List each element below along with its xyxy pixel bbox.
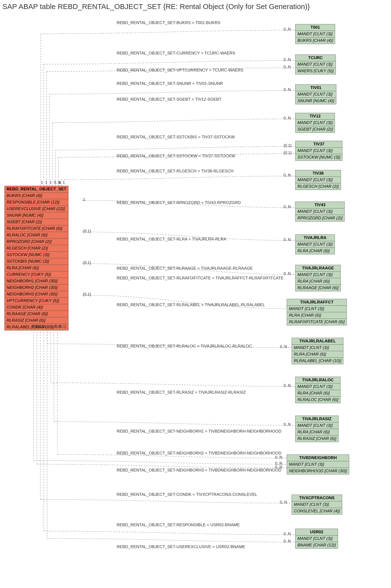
entity-field: MANDT [CLNT (3)]	[295, 120, 335, 126]
relation-label: REBD_RENTAL_OBJECT_SET-NEIGHBORH3 = TIVB…	[117, 468, 281, 473]
cardinality-label: 0..N	[284, 88, 291, 92]
relation-label: REBD_RENTAL_OBJECT_SET-CONDK = TIVXCPTRA…	[117, 492, 257, 497]
entity-field: SSTOCKW [NUMC (3)]	[295, 154, 342, 161]
entity-header: TIV38	[295, 170, 341, 177]
entity-header: TCURC	[295, 55, 336, 61]
entity-header: TIVAJRLRALOC	[295, 377, 340, 383]
entity-header: TIVAJRLRA	[295, 235, 335, 241]
entity-tivajrlralabel: TIVAJRLRALABELMANDT [CLNT (3)]RLRA [CHAR…	[292, 338, 343, 364]
entity-field: MANDT [CLNT (3)]	[295, 177, 341, 183]
entity-field: NEIGHBORHOOD [CHAR (30)]	[287, 468, 349, 474]
entity-tivbdneighborh: TIVBDNEIGHBORHMANDT [CLNT (3)]NEIGHBORHO…	[287, 455, 349, 474]
entity-rebd_rental_object_set: REBD_RENTAL_OBJECT_SETBUKRS [CHAR (4)]RE…	[4, 186, 69, 331]
cardinality-label: 1	[45, 180, 47, 185]
relation-label: REBD_RENTAL_OBJECT_SET-SSTCKBIS = TIV37-…	[117, 135, 235, 140]
cardinality-label: 1	[63, 180, 65, 185]
entity-field: RLRA [CHAR (6)]	[295, 248, 335, 254]
cardinality-label: 0..N	[284, 65, 291, 69]
entity-header: TIVBDNEIGHBORH	[287, 455, 349, 461]
entity-field: NEIGHBORH1 [CHAR (30)]	[5, 278, 69, 284]
entity-header: TIV12	[295, 113, 335, 120]
entity-field: NEIGHBORH3 [CHAR (30)]	[5, 291, 69, 298]
entity-field: RLRA [CHAR (6)]	[295, 390, 340, 397]
entity-field: SNUNR [NUMC (4)]	[295, 98, 336, 104]
cardinality-label: {0,1}	[284, 151, 292, 155]
entity-field: MANDT [CLNT (3)]	[295, 91, 336, 98]
cardinality-label: 0..N	[284, 205, 291, 209]
cardinality-label: 0..N	[280, 500, 287, 505]
entity-field: MANDT [CLNT (3)]	[295, 241, 335, 248]
entity-field: WAERS [CUKY (5)]	[295, 68, 336, 74]
entity-tivxcptracons: TIVXCPTRACONSMANDT [CLNT (3)]CONSLEVEL […	[292, 495, 342, 515]
entity-field: RLRAAGE [CHAR (6)]	[5, 311, 69, 317]
entity-field: RLRA [CHAR (6)]	[295, 429, 339, 436]
entity-tivajrlraffct: TIVAJRLRAFFCTMANDT [CLNT (3)]RLRA [CHAR …	[287, 299, 347, 325]
entity-field: MANDT [CLNT (3)]	[292, 501, 342, 508]
entity-field: MANDT [CLNT (3)]	[295, 208, 345, 215]
entity-header: TIV01	[295, 85, 336, 91]
entity-tivajrlra: TIVAJRLRAMANDT [CLNT (3)]RLRA [CHAR (6)]	[295, 235, 335, 254]
entity-header: TIVAJRLRASIZ	[295, 416, 339, 422]
cardinality-label: 0..N	[280, 345, 287, 349]
entity-usr02: USR02MANDT [CLNT (3)]BNAME [CHAR (12)]	[295, 529, 338, 549]
entity-tiv37: TIV37MANDT [CLNT (3)]SSTOCKW [NUMC (3)]	[295, 141, 342, 161]
entity-field: MANDT [CLNT (3)]	[295, 148, 342, 154]
relation-label: REBD_RENTAL_OBJECT_SET-RESPONSIBLE = USR…	[117, 523, 240, 527]
entity-field: MANDT [CLNT (3)]	[292, 345, 343, 351]
cardinality-label: {0,1}	[83, 229, 91, 234]
entity-t001: T001MANDT [CLNT (3)]BUKRS [CHAR (4)]	[295, 24, 335, 44]
cardinality-label: {0,1}	[83, 261, 91, 265]
entity-field: MANDT [CLNT (3)]	[295, 61, 336, 68]
relation-label: REBD_RENTAL_OBJECT_SET-RLRA = TIVAJRLRA-…	[117, 237, 226, 242]
entity-field: VPTCURRENCY [CUKY (5)]	[5, 298, 69, 304]
entity-tcurc: TCURCMANDT [CLNT (3)]WAERS [CUKY (5)]	[295, 54, 336, 74]
entity-field: SSTCKBIS [NUMC (3)]	[5, 258, 69, 265]
entity-field: RLRA [CHAR (6)]	[295, 278, 341, 285]
entity-header: TIVAJRLRAAGE	[295, 265, 341, 272]
entity-field: RLRALABEL [CHAR (10)]	[292, 358, 343, 364]
entity-field: NEIGHBORH2 [CHAR (30)]	[5, 284, 69, 291]
entity-field: RLGESCH [CHAR (2)]	[5, 245, 69, 252]
entity-field: CURRENCY [CUKY (5)]	[5, 271, 69, 278]
cardinality-label: 1	[47, 324, 49, 329]
entity-field: CONDK [CHAR (4)]	[5, 304, 69, 311]
relation-label: REBD_RENTAL_OBJECT_SET-NEIGHBORH1 = TIVB…	[117, 429, 281, 434]
relation-label: REBD_RENTAL_OBJECT_SET-SNUNR = TIV01-SNU…	[117, 81, 223, 86]
entity-field: MANDT [CLNT (3)]	[295, 422, 339, 429]
entity-field: RLRASIZ [CHAR (6)]	[295, 436, 339, 442]
entity-field: MANDT [CLNT (3)]	[287, 461, 349, 468]
entity-field: BUKRS [CHAR (4)]	[5, 193, 69, 199]
cardinality-label: 0..N	[284, 272, 291, 276]
cardinality-label: 0..N	[284, 422, 291, 427]
relation-label: REBD_RENTAL_OBJECT_SET-RLRALOC = TIVAJRL…	[117, 344, 252, 349]
entity-tiv12: TIV12MANDT [CLNT (3)]SGEBT [CHAR (2)]	[295, 113, 335, 133]
entity-header: TIV43	[295, 202, 345, 208]
cardinality-label: 0..N	[284, 539, 291, 544]
entity-field: SGEBT [CHAR (2)]	[5, 219, 69, 226]
entity-field: SGEBT [CHAR (2)]	[295, 126, 335, 133]
entity-field: RLRAFIXFITCATE [CHAR (6)]	[5, 226, 69, 232]
cardinality-label: 0..N	[284, 532, 291, 536]
entity-field: RLRA [CHAR (6)]	[292, 351, 343, 358]
entity-field: RLRA [CHAR (6)]	[287, 312, 347, 319]
cardinality-label: 0..N	[275, 455, 282, 460]
cardinality-label: 0..N	[284, 116, 291, 120]
entity-field: SSTOCKW [NUMC (3)]	[5, 252, 69, 258]
relation-label: REBD_RENTAL_OBJECT_SET-RLRALABEL = TIVAJ…	[117, 303, 265, 307]
relation-label: REBD_RENTAL_OBJECT_SET-RLRASIZ = TIVAJRL…	[117, 390, 246, 395]
entity-field: RLRAFIXFITCATE [CHAR (6)]	[287, 319, 347, 325]
entity-field: RESPONSIBLE [CHAR (12)]	[5, 199, 69, 206]
entity-field: MANDT [CLNT (3)]	[295, 272, 341, 278]
relation-label: REBD_RENTAL_OBJECT_SET-VPTCURRENCY = TCU…	[117, 68, 243, 73]
entity-field: BUKRS [CHAR (4)]	[295, 37, 335, 44]
entity-field: MANDT [CLNT (3)]	[287, 306, 347, 312]
cardinality-label: 0..N	[284, 58, 291, 62]
entity-tiv43: TIV43MANDT [CLNT (3)]RPROZGRD [CHAR (2)]	[295, 202, 345, 222]
diagram-area: REBD_RENTAL_OBJECT_SETBUKRS [CHAR (4)]RE…	[2, 13, 389, 582]
cardinality-label: 0..N	[284, 173, 291, 178]
entity-header: TIVAJRLRALABEL	[292, 338, 343, 345]
entity-field: RLGESCH [CHAR (2)]	[295, 183, 341, 190]
cardinality-label: 1	[83, 198, 85, 202]
relation-label: REBD_RENTAL_OBJECT_SET-RLRAFIXFITCATE = …	[117, 276, 284, 281]
cardinality-label: 0..N	[284, 27, 291, 32]
